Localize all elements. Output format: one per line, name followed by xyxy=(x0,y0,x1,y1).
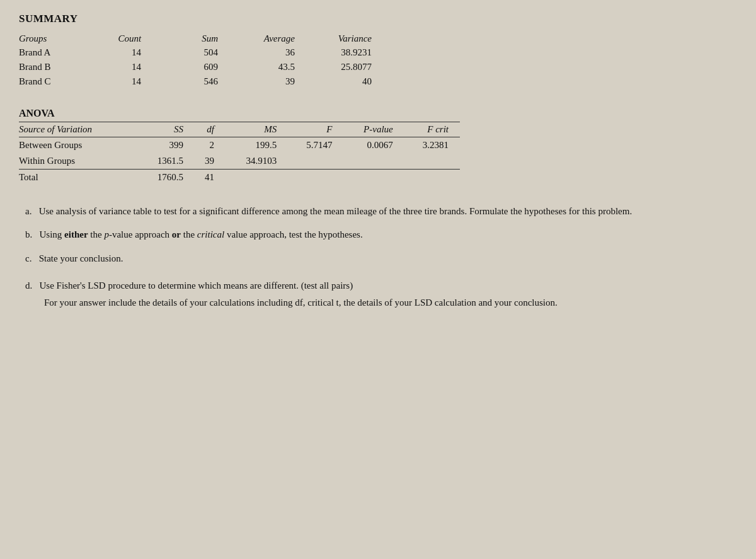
anova-total-ss: 1760.5 xyxy=(139,170,195,186)
anova-f-0: 5.7147 xyxy=(288,137,343,154)
summary-group-2: Brand C xyxy=(19,74,77,89)
questions-section: a. Use analysis of variance table to tes… xyxy=(19,204,737,310)
summary-count-0: 14 xyxy=(77,45,154,60)
anova-table: Source of Variation SS df MS F P-value F… xyxy=(19,122,460,185)
summary-row-0: Brand A 14 504 36 38.9231 xyxy=(19,45,384,60)
anova-col-pvalue: P-value xyxy=(344,122,404,137)
summary-variance-0: 38.9231 xyxy=(307,45,384,60)
summary-col-groups: Groups xyxy=(19,32,77,45)
anova-pvalue-0: 0.0067 xyxy=(344,137,404,154)
summary-variance-2: 40 xyxy=(307,74,384,89)
anova-col-f: F xyxy=(288,122,343,137)
anova-col-fcrit: F crit xyxy=(404,122,460,137)
anova-df-0: 2 xyxy=(195,137,226,154)
summary-average-1: 43.5 xyxy=(231,60,307,74)
summary-sum-1: 609 xyxy=(154,60,231,74)
summary-col-count: Count xyxy=(77,32,154,45)
summary-average-0: 36 xyxy=(231,45,307,60)
anova-ms-1: 34.9103 xyxy=(226,153,288,170)
question-c-label: c. xyxy=(25,253,32,263)
question-b-label: b. xyxy=(25,229,32,239)
question-d-text1: Use Fisher's LSD procedure to determine … xyxy=(40,280,353,291)
question-d-text2: For your answer include the details of y… xyxy=(44,297,558,308)
question-c-text: State your conclusion. xyxy=(39,253,123,263)
anova-ss-1: 1361.5 xyxy=(139,153,195,170)
summary-row-1: Brand B 14 609 43.5 25.8077 xyxy=(19,60,384,74)
anova-source-1: Within Groups xyxy=(19,153,139,170)
anova-col-source: Source of Variation xyxy=(19,122,139,137)
summary-group-1: Brand B xyxy=(19,60,77,74)
anova-total-df: 41 xyxy=(195,170,226,186)
anova-f-1 xyxy=(288,153,343,170)
summary-average-2: 39 xyxy=(231,74,307,89)
question-a-text: Use analysis of variance table to test f… xyxy=(39,206,633,216)
question-d-label: d. xyxy=(25,280,32,291)
question-c: c. State your conclusion. xyxy=(19,251,737,266)
summary-sum-0: 504 xyxy=(154,45,231,60)
anova-col-ss: SS xyxy=(139,122,195,137)
question-a: a. Use analysis of variance table to tes… xyxy=(19,204,737,219)
anova-ss-0: 399 xyxy=(139,137,195,154)
question-b-pre: Using either the p-value approach or the… xyxy=(40,229,363,239)
summary-col-sum: Sum xyxy=(154,32,231,45)
anova-section: ANOVA Source of Variation SS df MS F P-v… xyxy=(19,108,737,185)
summary-col-variance: Variance xyxy=(307,32,384,45)
summary-count-1: 14 xyxy=(77,60,154,74)
anova-col-df: df xyxy=(195,122,226,137)
summary-count-2: 14 xyxy=(77,74,154,89)
anova-df-1: 39 xyxy=(195,153,226,170)
anova-fcrit-0: 3.2381 xyxy=(404,137,460,154)
anova-title: ANOVA xyxy=(19,108,737,119)
question-b: b. Using either the p-value approach or … xyxy=(19,228,737,242)
anova-fcrit-1 xyxy=(404,153,460,170)
anova-source-0: Between Groups xyxy=(19,137,139,154)
summary-table: Groups Count Sum Average Variance Brand … xyxy=(19,32,384,89)
summary-sum-2: 546 xyxy=(154,74,231,89)
summary-variance-1: 25.8077 xyxy=(307,60,384,74)
page-title: SUMMARY xyxy=(19,13,737,25)
summary-col-average: Average xyxy=(231,32,307,45)
anova-row-0: Between Groups 399 2 199.5 5.7147 0.0067… xyxy=(19,137,460,154)
anova-total-label: Total xyxy=(19,170,139,186)
question-a-label: a. xyxy=(25,206,32,216)
anova-row-1: Within Groups 1361.5 39 34.9103 xyxy=(19,153,460,170)
anova-col-ms: MS xyxy=(226,122,288,137)
summary-group-0: Brand A xyxy=(19,45,77,60)
anova-pvalue-1 xyxy=(344,153,404,170)
question-d: d. Use Fisher's LSD procedure to determi… xyxy=(19,279,737,311)
anova-ms-0: 199.5 xyxy=(226,137,288,154)
summary-row-2: Brand C 14 546 39 40 xyxy=(19,74,384,89)
